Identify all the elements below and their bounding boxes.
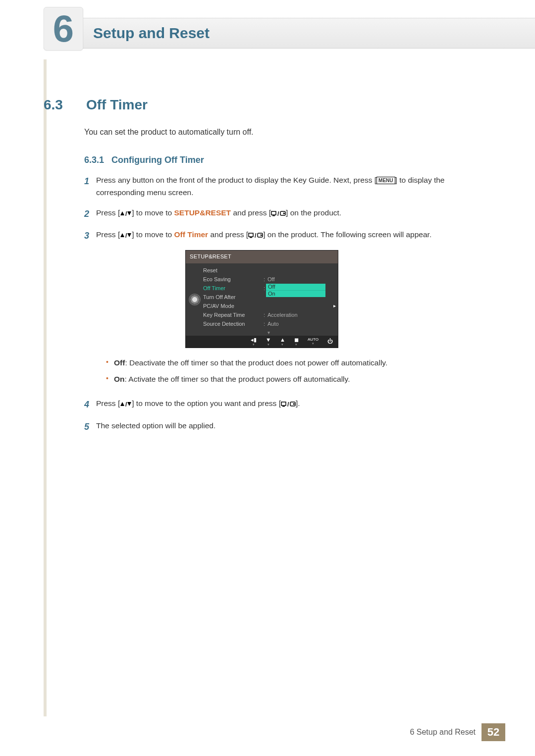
svg-marker-8 [120,233,124,237]
step-number: 1 [84,174,96,189]
step-text: The selected option will be applied. [96,421,215,430]
svg-text:/: / [125,232,127,239]
step-text: ] to move to [132,230,174,239]
select-source-icon: / [281,401,296,407]
svg-rect-3 [271,211,276,215]
subsection-number: 6.3.1 [84,155,104,165]
svg-text:/: / [277,210,279,217]
step-text: ] on the product. The following screen w… [263,230,431,239]
osd-row: Source Detection:Auto [203,320,334,329]
svg-rect-20 [282,406,285,407]
section-heading: 6.3 Off Timer [44,97,505,113]
step-5: 5 The selected option will be applied. [84,420,481,434]
svg-text:/: / [125,401,127,408]
osd-footer: ◂▮▾ ▼▾ ▲▾ ◼▾ AUTO▾ ⏻ [186,336,338,348]
svg-marker-2 [127,211,131,215]
page-footer: 6 Setup and Reset 52 [410,723,505,741]
step-text: and press [ [208,230,248,239]
osd-row: Eco Saving:Off [203,275,334,284]
step-text: ]. [296,399,300,407]
bullet-off: Off: Deactivate the off timer so that th… [106,357,481,368]
svg-marker-16 [120,402,124,406]
option-bullets: Off: Deactivate the off timer so that th… [106,357,481,385]
page-number: 52 [482,723,505,741]
svg-marker-18 [127,402,131,406]
section-intro: You can set the product to automatically… [84,126,481,138]
dropdown-option: On [266,290,325,297]
step-2: 2 Press [/] to move to SETUP&RESET and p… [84,207,481,221]
chapter-header: Setup and Reset [44,18,535,49]
osd-sidebar [186,263,203,336]
osd-screenshot: SETUP&RESET Reset Eco Saving:Off Off Tim… [185,250,338,348]
subsection-heading: 6.3.1 Configuring Off Timer [84,155,204,165]
step-text: Press [ [96,208,120,217]
chapter-badge: 6 [44,7,83,50]
auto-label: AUTO▾ [308,338,319,345]
subsection-title: Configuring Off Timer [111,155,204,165]
up-down-icon: / [120,210,132,216]
step-number: 4 [84,398,96,412]
svg-rect-4 [272,215,275,216]
scroll-down-icon: ▾ [203,329,334,335]
svg-text:/: / [287,401,289,408]
left-rail [44,59,47,716]
step-3: 3 Press [/] to move to Off Timer and pre… [84,229,481,390]
step-4: 4 Press [/] to move to the option you wa… [84,398,481,412]
arrow-right-icon: ▸ [333,302,336,310]
up-down-icon: / [120,232,132,238]
osd-dropdown: Off On [266,284,325,297]
gear-icon [190,295,200,304]
keyword: SETUP&RESET [174,208,231,217]
section-number: 6.3 [44,97,74,113]
footer-chapter-label: 6 Setup and Reset [410,728,476,737]
step-text: ] to move to [132,208,174,217]
steps-list: 1 Press any button on the front of the p… [84,174,481,442]
osd-row: PC/AV Mode [203,302,334,311]
svg-text:/: / [125,210,127,217]
enter-icon: ◼▾ [294,337,299,346]
step-1: 1 Press any button on the front of the p… [84,174,481,199]
keyword: Off Timer [174,230,209,239]
svg-marker-10 [127,233,131,237]
svg-text:/: / [255,232,257,239]
select-source-icon: / [248,232,263,238]
osd-row: Key Repeat Time:Acceleration [203,311,334,320]
bullet-on: On: Activate the off timer so that the p… [106,373,481,385]
step-text: Press [ [96,399,120,407]
step-number: 2 [84,207,96,221]
dropdown-option: Off [266,284,325,290]
up-down-icon: / [120,401,132,407]
section-title: Off Timer [86,97,148,113]
osd-row: Reset [203,266,334,275]
power-icon: ⏻ [327,339,333,344]
select-source-icon: / [271,210,286,216]
menu-button-icon: MENU [376,177,395,184]
step-number: 3 [84,229,96,243]
up-icon: ▲▾ [280,337,285,346]
svg-marker-0 [120,211,124,215]
chapter-number: 6 [53,10,74,48]
chapter-title: Setup and Reset [93,25,210,42]
step-number: 5 [84,420,96,434]
osd-title: SETUP&RESET [186,251,338,263]
step-text: and press [ [231,208,271,217]
back-icon: ◂▮▾ [251,337,257,346]
svg-rect-19 [281,402,286,405]
svg-rect-12 [250,237,252,238]
step-text: Press [ [96,230,120,239]
step-text: Press any button on the front of the pro… [96,176,376,184]
step-text: ] to move to the option you want and pre… [132,399,281,407]
down-icon: ▼▾ [266,337,271,346]
svg-rect-11 [249,233,253,237]
step-text: ] on the product. [286,208,341,217]
